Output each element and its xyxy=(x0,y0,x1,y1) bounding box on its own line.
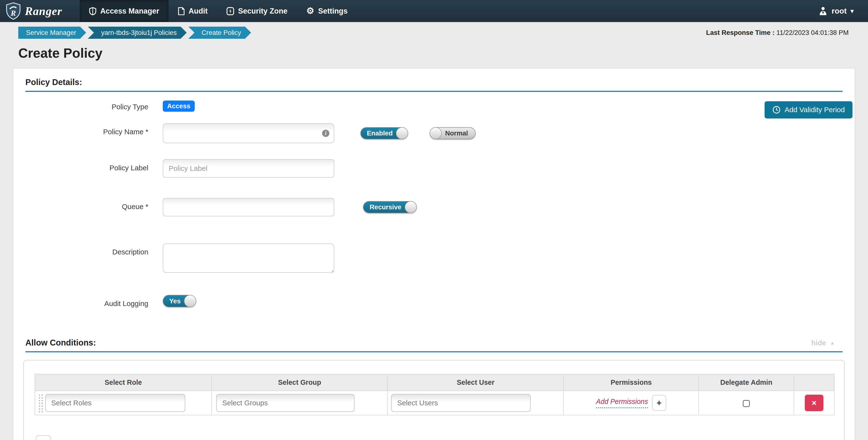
main-nav: Access Manager Audit Security Zone ⚙ S xyxy=(80,0,357,22)
recursive-toggle-label: Recursive xyxy=(364,202,405,213)
audit-logging-label: Audit Logging xyxy=(25,295,148,307)
top-navbar: R Ranger Access Manager Audit xyxy=(0,0,868,22)
brand-name: Ranger xyxy=(25,4,62,18)
normal-toggle-label: Normal xyxy=(441,128,475,139)
nav-item-label: Security Zone xyxy=(238,7,287,16)
col-header-select-role: Select Role xyxy=(35,374,211,391)
nav-audit[interactable]: Audit xyxy=(168,0,217,22)
policy-name-input[interactable] xyxy=(163,123,335,143)
nav-item-label: Settings xyxy=(318,7,347,16)
nav-security-zone[interactable]: Security Zone xyxy=(217,0,297,22)
toggle-knob xyxy=(430,127,442,139)
last-response-time: Last Response Time : 11/22/2023 04:01:38… xyxy=(706,29,848,37)
add-permissions-link[interactable]: Add Permissions xyxy=(596,398,648,408)
policy-type-badge: Access xyxy=(163,100,195,112)
create-policy-form-card: Policy Details: Add Validity Period Poli… xyxy=(13,68,856,440)
policy-type-label: Policy Type xyxy=(25,100,148,111)
add-permission-button[interactable]: + xyxy=(652,395,666,411)
allow-conditions-header: Allow Conditions: hide ▲ xyxy=(25,338,843,347)
description-textarea[interactable] xyxy=(163,243,335,273)
breadcrumb: Service Manager yarn-tbds-3jtoiu1j Polic… xyxy=(18,27,253,39)
col-header-select-group: Select Group xyxy=(212,374,388,391)
policy-enabled-toggle[interactable]: Enabled xyxy=(361,127,408,139)
last-response-value: 11/22/2023 04:01:38 PM xyxy=(776,29,848,36)
add-condition-row-button[interactable]: + xyxy=(36,435,51,440)
delegate-admin-checkbox[interactable] xyxy=(743,400,750,407)
recursive-toggle[interactable]: Recursive xyxy=(363,201,417,213)
breadcrumb-policies[interactable]: yarn-tbds-3jtoiu1j Policies xyxy=(88,27,187,39)
col-header-actions xyxy=(794,374,834,391)
col-header-select-user: Select User xyxy=(388,374,564,391)
breadcrumb-create-policy[interactable]: Create Policy xyxy=(188,27,251,39)
queue-input[interactable] xyxy=(163,198,335,216)
policy-name-label: Policy Name * xyxy=(25,123,148,136)
delete-row-button[interactable]: × xyxy=(805,395,824,411)
username: root xyxy=(832,6,847,16)
chevron-up-icon: ▲ xyxy=(830,340,835,346)
section-divider xyxy=(25,351,843,352)
policy-priority-toggle[interactable]: Normal xyxy=(430,127,476,139)
toggle-knob xyxy=(184,295,196,307)
toggle-knob xyxy=(396,127,408,139)
policy-label-input[interactable] xyxy=(163,159,335,177)
breadcrumb-bar: Service Manager yarn-tbds-3jtoiu1j Polic… xyxy=(18,27,848,39)
description-label: Description xyxy=(25,243,148,256)
select-users-input[interactable] xyxy=(391,394,531,412)
audit-toggle-label: Yes xyxy=(163,296,185,307)
hide-label: hide xyxy=(811,339,826,347)
nav-access-manager[interactable]: Access Manager xyxy=(80,0,168,22)
allow-conditions-box: Select Role Select Group Select User Per… xyxy=(23,360,845,440)
drag-handle[interactable] xyxy=(38,394,43,413)
document-icon xyxy=(178,7,185,15)
info-icon: i xyxy=(322,129,330,137)
section-divider xyxy=(25,91,843,92)
nav-item-label: Access Manager xyxy=(100,7,159,16)
add-validity-label: Add Validity Period xyxy=(785,106,845,114)
col-header-permissions: Permissions xyxy=(564,374,699,391)
last-response-label: Last Response Time : xyxy=(706,29,775,36)
nav-item-label: Audit xyxy=(189,7,208,16)
allow-conditions-heading: Allow Conditions: xyxy=(25,338,96,347)
policy-details-form: Policy Type Access Policy Name * i Enabl… xyxy=(25,100,855,307)
user-menu[interactable]: root ▾ xyxy=(813,0,868,22)
nav-settings[interactable]: ⚙ Settings xyxy=(297,0,357,22)
queue-label: Queue * xyxy=(25,198,148,210)
audit-logging-toggle[interactable]: Yes xyxy=(163,295,196,307)
gear-icon: ⚙ xyxy=(306,6,314,16)
clock-icon xyxy=(772,106,781,114)
policy-label-label: Policy Label xyxy=(25,159,148,172)
ranger-shield-icon: R xyxy=(6,2,21,20)
select-roles-input[interactable] xyxy=(45,394,185,412)
chevron-down-icon: ▾ xyxy=(850,7,854,14)
col-header-delegate-admin: Delegate Admin xyxy=(699,374,794,391)
shield-icon xyxy=(89,7,96,15)
table-header-row: Select Role Select Group Select User Per… xyxy=(35,374,834,391)
toggle-knob xyxy=(405,201,417,213)
add-validity-period-button[interactable]: Add Validity Period xyxy=(765,101,852,118)
bolt-square-icon xyxy=(226,7,234,15)
ranger-logo[interactable]: R Ranger xyxy=(0,0,70,22)
enabled-toggle-label: Enabled xyxy=(361,128,397,139)
policy-details-heading: Policy Details: xyxy=(25,78,843,87)
permissions-table: Select Role Select Group Select User Per… xyxy=(35,374,834,415)
select-groups-input[interactable] xyxy=(216,394,354,412)
user-icon xyxy=(818,6,828,16)
breadcrumb-service-manager[interactable]: Service Manager xyxy=(18,27,86,39)
table-row: Add Permissions + × xyxy=(35,391,834,415)
svg-text:R: R xyxy=(10,9,16,18)
hide-section-link[interactable]: hide ▲ xyxy=(811,339,835,347)
page-title: Create Policy xyxy=(18,45,868,61)
